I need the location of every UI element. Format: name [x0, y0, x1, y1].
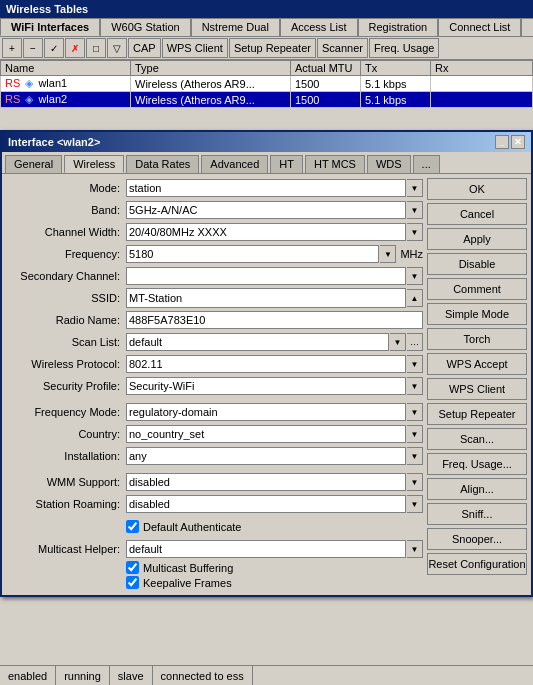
reset-config-button[interactable]: Reset Configuration [427, 553, 527, 575]
installation-select[interactable]: any [126, 447, 406, 465]
country-select[interactable]: no_country_set [126, 425, 406, 443]
freq-usage-button[interactable]: Freq. Usage... [427, 453, 527, 475]
tab-wifi-interfaces[interactable]: WiFi Interfaces [0, 18, 100, 36]
multicast-buffering-checkbox[interactable] [126, 561, 139, 574]
filter-button[interactable]: ▽ [107, 38, 127, 58]
mode-select-wrapper: station [126, 179, 406, 197]
installation-dropdown-icon[interactable]: ▼ [407, 447, 423, 465]
channel-width-select[interactable]: 20/40/80MHz XXXX [126, 223, 406, 241]
frequency-mode-row: Frequency Mode: regulatory-domain ▼ [6, 402, 423, 422]
security-profile-dropdown-icon[interactable]: ▼ [407, 377, 423, 395]
multicast-helper-dropdown-icon[interactable]: ▼ [407, 540, 423, 558]
copy-button[interactable]: □ [86, 38, 106, 58]
setup-repeater-button[interactable]: Setup Repeater [427, 403, 527, 425]
ssid-select[interactable]: MT-Station [126, 288, 406, 308]
snooper-button[interactable]: Snooper... [427, 528, 527, 550]
col-mtu: Actual MTU [291, 61, 361, 76]
scan-list-dropdown-icon[interactable]: ▼ [390, 333, 406, 351]
secondary-channel-label: Secondary Channel: [6, 270, 126, 282]
disable-button[interactable]: Disable [427, 253, 527, 275]
tab-connect-list[interactable]: Connect List [438, 18, 521, 36]
interface-mtu: 1500 [291, 92, 361, 108]
station-roaming-select[interactable]: disabled [126, 495, 406, 513]
tab-general[interactable]: General [5, 155, 62, 173]
wireless-protocol-dropdown-icon[interactable]: ▼ [407, 355, 423, 373]
tab-security-profile[interactable]: Security Profile [521, 18, 533, 36]
tab-nstreme-dual[interactable]: Nstreme Dual [191, 18, 280, 36]
mode-select[interactable]: station [126, 179, 406, 197]
frequency-dropdown-icon[interactable]: ▼ [380, 245, 396, 263]
tab-more[interactable]: ... [413, 155, 440, 173]
tab-ht[interactable]: HT [270, 155, 303, 173]
band-select[interactable]: 5GHz-A/N/AC [126, 201, 406, 219]
country-dropdown-icon[interactable]: ▼ [407, 425, 423, 443]
secondary-channel-input[interactable] [126, 267, 406, 285]
scan-button[interactable]: Scan... [427, 428, 527, 450]
setup-repeater-button[interactable]: Setup Repeater [229, 38, 316, 58]
comment-button[interactable]: Comment [427, 278, 527, 300]
tab-registration[interactable]: Registration [358, 18, 439, 36]
default-authenticate-checkbox[interactable] [126, 520, 139, 533]
apply-button[interactable]: Apply [427, 228, 527, 250]
country-label: Country: [6, 428, 126, 440]
cap-button[interactable]: CAP [128, 38, 161, 58]
tab-advanced[interactable]: Advanced [201, 155, 268, 173]
frequency-select[interactable]: 5180 [126, 245, 379, 263]
radio-name-input[interactable]: 488F5A783E10 [126, 311, 423, 329]
ssid-select-wrapper: MT-Station [126, 288, 406, 308]
table-row[interactable]: RS ◈ wlan1 Wireless (Atheros AR9... 1500… [1, 76, 533, 92]
remove-button[interactable]: − [23, 38, 43, 58]
check-button[interactable]: ✓ [44, 38, 64, 58]
wps-client-button[interactable]: WPS Client [427, 378, 527, 400]
scan-list-extra-button[interactable]: … [407, 333, 423, 351]
scan-list-select[interactable]: default [126, 333, 389, 351]
col-tx: Tx [361, 61, 431, 76]
tab-access-list[interactable]: Access List [280, 18, 358, 36]
scanner-button[interactable]: Scanner [317, 38, 368, 58]
multicast-helper-select[interactable]: default [126, 540, 406, 558]
wps-accept-button[interactable]: WPS Accept [427, 353, 527, 375]
dialog-close-button[interactable]: ✕ [511, 135, 525, 149]
tab-wireless[interactable]: Wireless [64, 155, 124, 173]
align-button[interactable]: Align... [427, 478, 527, 500]
tab-data-rates[interactable]: Data Rates [126, 155, 199, 173]
scan-list-select-wrapper: default [126, 333, 389, 351]
tab-wds[interactable]: WDS [367, 155, 411, 173]
frequency-mode-dropdown-icon[interactable]: ▼ [407, 403, 423, 421]
torch-button[interactable]: Torch [427, 328, 527, 350]
frequency-row: Frequency: 5180 ▼ MHz [6, 244, 423, 264]
wmm-support-dropdown-icon[interactable]: ▼ [407, 473, 423, 491]
ssid-row: SSID: MT-Station ▲ [6, 288, 423, 308]
band-dropdown-icon[interactable]: ▼ [407, 201, 423, 219]
wmm-support-row: WMM Support: disabled ▼ [6, 472, 423, 492]
ok-button[interactable]: OK [427, 178, 527, 200]
sniff-button[interactable]: Sniff... [427, 503, 527, 525]
keepalive-frames-checkbox[interactable] [126, 576, 139, 589]
wps-client-button[interactable]: WPS Client [162, 38, 228, 58]
wireless-protocol-select[interactable]: 802.11 [126, 355, 406, 373]
title-bar: Wireless Tables [0, 0, 533, 18]
add-button[interactable]: + [2, 38, 22, 58]
secondary-channel-row: Secondary Channel: ▼ [6, 266, 423, 286]
ssid-dropdown-icon[interactable]: ▲ [407, 289, 423, 307]
frequency-mode-select[interactable]: regulatory-domain [126, 403, 406, 421]
mode-dropdown-icon[interactable]: ▼ [407, 179, 423, 197]
tab-ht-mcs[interactable]: HT MCS [305, 155, 365, 173]
table-row[interactable]: RS ◈ wlan2 Wireless (Atheros AR9... 1500… [1, 92, 533, 108]
dialog-minimize-button[interactable]: _ [495, 135, 509, 149]
wmm-support-select[interactable]: disabled [126, 473, 406, 491]
tab-w60g-station[interactable]: W60G Station [100, 18, 190, 36]
secondary-channel-dropdown-icon[interactable]: ▼ [407, 267, 423, 285]
simple-mode-button[interactable]: Simple Mode [427, 303, 527, 325]
wifi-icon: ◈ [25, 77, 33, 89]
station-roaming-dropdown-icon[interactable]: ▼ [407, 495, 423, 513]
channel-width-dropdown-icon[interactable]: ▼ [407, 223, 423, 241]
cross-button[interactable]: ✗ [65, 38, 85, 58]
band-label: Band: [6, 204, 126, 216]
freq-usage-button[interactable]: Freq. Usage [369, 38, 440, 58]
cancel-button[interactable]: Cancel [427, 203, 527, 225]
ssid-label: SSID: [6, 292, 126, 304]
col-rx: Rx [431, 61, 533, 76]
security-profile-select[interactable]: Security-WiFi [126, 377, 406, 395]
frequency-mode-control: regulatory-domain ▼ [126, 403, 423, 421]
